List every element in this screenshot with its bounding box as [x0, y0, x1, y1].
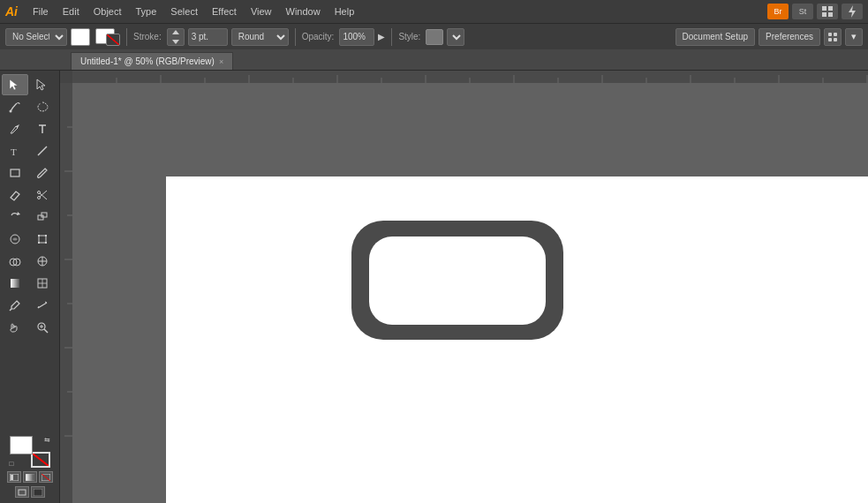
menu-edit[interactable]: Edit [57, 4, 86, 19]
menu-window[interactable]: Window [280, 4, 327, 19]
style-swatch[interactable] [426, 29, 443, 45]
swap-icon[interactable]: ⇆ [44, 436, 50, 444]
stroke-spinner[interactable] [167, 28, 185, 46]
svg-text:T: T [11, 146, 17, 157]
gradient-mode-btn[interactable] [23, 471, 37, 483]
fill-stroke-swatches: ⇆ □ [10, 436, 50, 468]
stroke-cap-select[interactable]: Round Butt Square [231, 28, 289, 46]
svg-rect-77 [60, 83, 72, 503]
ruler-vertical [60, 83, 72, 503]
artboard [166, 176, 868, 503]
svg-rect-31 [38, 242, 40, 244]
stroke-swatch[interactable] [31, 452, 50, 468]
toolbar-extra-btn[interactable] [824, 28, 842, 46]
app-icon-grid[interactable] [817, 4, 838, 19]
screen-mode-row [5, 486, 54, 498]
svg-rect-56 [19, 490, 26, 495]
warp-tool[interactable] [2, 229, 28, 250]
svg-rect-1 [828, 6, 833, 11]
left-toolbar: T [0, 71, 60, 503]
mesh-tool[interactable] [29, 273, 56, 294]
symbol-tool[interactable] [29, 251, 56, 272]
menu-effect[interactable]: Effect [206, 4, 243, 19]
svg-rect-52 [11, 475, 13, 480]
color-mode-row [5, 471, 54, 483]
zoom-tool[interactable] [29, 317, 56, 338]
app-switcher-area: Br St [767, 4, 863, 19]
toolbar-right-actions: Document Setup Preferences ▾ [676, 28, 863, 46]
tab-close-btn[interactable]: × [219, 57, 223, 66]
svg-rect-8 [828, 33, 832, 36]
hand-tool[interactable] [2, 317, 28, 338]
tab-title: Untitled-1* @ 50% (RGB/Preview) [80, 56, 215, 66]
svg-line-43 [38, 303, 47, 308]
scissors-tool[interactable] [29, 184, 56, 206]
svg-rect-30 [45, 235, 47, 236]
app-icon-st[interactable]: St [792, 4, 813, 19]
menu-view[interactable]: View [245, 4, 278, 19]
menu-file[interactable]: File [26, 4, 55, 19]
toolbar-arrange-btn[interactable]: ▾ [845, 28, 863, 46]
pen-tool[interactable] [2, 118, 28, 139]
document-setup-button[interactable]: Document Setup [676, 28, 756, 46]
freeform-tool[interactable] [2, 96, 28, 117]
gradient-tool[interactable] [2, 273, 28, 294]
eraser-tool[interactable] [2, 184, 28, 206]
svg-line-18 [38, 146, 47, 155]
svg-rect-2 [822, 12, 826, 17]
type-tool[interactable] [29, 118, 56, 139]
paintbrush-tool[interactable] [29, 162, 56, 184]
svg-rect-0 [822, 6, 826, 11]
fill-swatch[interactable] [10, 436, 33, 454]
opacity-label: Opacity: [302, 32, 335, 41]
screen-full-btn[interactable] [31, 486, 45, 498]
svg-line-45 [45, 302, 47, 303]
app-icon-flash[interactable] [842, 4, 863, 19]
rectangle-tool[interactable] [2, 162, 28, 184]
style-select[interactable]: ▾ [447, 28, 464, 46]
separator-2 [295, 28, 296, 46]
opacity-input[interactable] [339, 28, 374, 46]
svg-marker-7 [172, 40, 179, 44]
app-icon-br[interactable]: Br [767, 4, 789, 19]
svg-rect-28 [39, 236, 46, 243]
screen-normal-btn[interactable] [15, 486, 29, 498]
preferences-button[interactable]: Preferences [759, 28, 820, 46]
selection-dropdown[interactable]: No Selection [5, 28, 67, 46]
color-mode-btn[interactable] [7, 471, 21, 483]
app-logo: Ai [5, 4, 18, 19]
svg-rect-38 [11, 279, 19, 288]
opacity-expand[interactable]: ▶ [378, 32, 385, 41]
svg-rect-58 [72, 71, 868, 83]
menu-object[interactable]: Object [87, 4, 128, 19]
color-section: ⇆ □ [2, 429, 57, 499]
eyedropper-tool[interactable] [2, 295, 28, 316]
default-colors-icon[interactable]: □ [10, 460, 14, 468]
style-label: Style: [398, 32, 420, 41]
shape-rounded-rect[interactable] [351, 221, 563, 340]
shape-rect-inner [369, 236, 546, 325]
shape-builder-tool[interactable] [2, 251, 28, 272]
menu-select[interactable]: Select [164, 4, 204, 19]
document-tab[interactable]: Untitled-1* @ 50% (RGB/Preview) × [71, 52, 233, 70]
lasso-tool[interactable] [29, 96, 56, 117]
svg-line-42 [10, 309, 11, 311]
menu-type[interactable]: Type [130, 4, 163, 19]
text-tool[interactable]: T [2, 140, 28, 161]
none-mode-btn[interactable] [39, 471, 53, 483]
svg-rect-29 [38, 235, 40, 236]
free-transform-tool[interactable] [29, 229, 56, 250]
select-tool[interactable] [2, 74, 28, 95]
svg-rect-11 [834, 38, 837, 41]
scale-tool[interactable] [29, 206, 56, 228]
menu-help[interactable]: Help [328, 4, 361, 19]
tool-row-6 [2, 184, 57, 206]
direct-select-tool[interactable] [29, 74, 56, 95]
measure-tool[interactable] [29, 295, 56, 316]
tool-row-12 [2, 317, 57, 338]
stroke-weight-input[interactable] [188, 28, 228, 46]
rotate-tool[interactable] [2, 206, 28, 228]
line-tool[interactable] [29, 140, 56, 161]
fill-color-swatch[interactable] [71, 28, 90, 46]
main-layout: T [0, 71, 868, 503]
